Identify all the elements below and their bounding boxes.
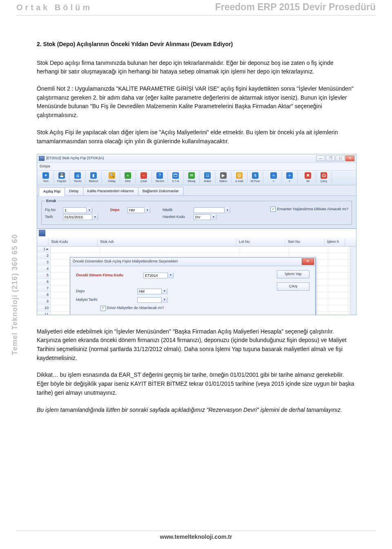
input-modal-depo[interactable] [137,289,167,294]
row-number: 10 [37,305,51,311]
detay-icon: 🔍 [109,172,115,179]
table-cell[interactable] [239,247,289,253]
toolbar-mesaj[interactable]: ✉Mesaj [184,171,200,184]
restore-button[interactable]: ❐ [326,156,335,161]
input-maliyet-tarihi[interactable] [137,297,167,303]
footer-text: www.temelteknoloji.com.tr [160,533,232,540]
toolbar-sil[interactable]: ✖Sil [300,171,316,184]
erp-window: [ET2012] Stok Açılış Fişi (STOK2A) — ❐ ☐… [37,154,356,315]
toolbar--[interactable]: »» [282,171,298,184]
tab-acilis-fisi[interactable]: Açılış Fişi [39,187,65,196]
para-2: Önemli Not 2 : Uygulamanızda "KALİTE PAR… [37,84,355,120]
toolbar-label: Kaydet [57,179,66,184]
table-cell[interactable] [328,292,349,298]
-kar-icon: － [140,172,147,179]
toolbar-barkod[interactable]: ▮Barkod [86,171,102,184]
tab-strip: Açılış Fişi Detay Kalite Parametreleri A… [37,185,356,196]
header-right: Freedom ERP 2015 Devir Prosedürü [215,2,376,13]
table-cell[interactable] [328,253,349,259]
table-cell[interactable] [328,260,349,266]
th-serino[interactable]: Seri No [285,238,325,246]
table-cell[interactable] [100,247,239,253]
islemi-yap-button[interactable]: İşlemi Yap [277,270,310,278]
toolbar-label: Yeni [43,179,48,184]
table-row[interactable]: 1 ▸ [37,247,356,253]
checkbox-envanter[interactable]: ✓ [270,207,276,212]
input-depo[interactable] [127,207,150,213]
toolbar-label: Ekle [125,179,131,184]
header-left: Ortak Bölüm [16,3,92,12]
input-nitelik[interactable] [194,207,230,213]
input-onceki-firma[interactable] [143,273,174,278]
table-cell[interactable] [328,266,349,272]
table-cell[interactable] [51,247,100,253]
toolbar-label: W.Flow [251,179,260,184]
toolbar-kaydet[interactable]: 💾Kaydet [54,171,70,184]
table-cell[interactable] [328,305,349,311]
e-mail-icon: @ [236,172,243,179]
table-rows: 1 ▸2345678910111213141516171819 Önceki D… [37,247,356,315]
input-tarih[interactable] [63,214,98,220]
input-hareket[interactable] [194,214,216,220]
toolbar-anket[interactable]: ☳Anket [200,171,216,184]
table-cell[interactable] [328,312,349,315]
table-cell[interactable] [328,273,349,279]
toolbar-e-mail[interactable]: @e-mail [232,171,247,184]
toolbar-k-t-a[interactable]: 🗔K.T.A [168,171,184,184]
menu-bar[interactable]: Dosya [37,163,356,171]
checkbox-doviz[interactable]: ✓ [100,306,106,311]
toolbar-w-flow[interactable]: ↯W.Flow [247,171,263,184]
check-envanter[interactable]: ✓ Envanter Yaşlandırma Dikkate Alınacak … [270,207,348,212]
th-lotno[interactable]: Lot No [236,238,285,246]
toolbar--[interactable]: «« [266,171,282,184]
modal-close-button[interactable]: ✕ [302,258,314,265]
kaydet-icon: 💾 [58,172,65,179]
k-t-a-icon: 🗔 [172,172,179,179]
window-buttons: — ❐ ☐ ✕ [316,156,354,161]
para-4: Maliyetleri elde edebilmek için "İşlevle… [37,327,355,363]
toolbar-makro[interactable]: ▶Makro [216,171,232,184]
th-stokadi[interactable]: Stok Adı [98,238,236,246]
vertical-scrollbar[interactable] [350,247,356,315]
close-button[interactable]: ✕ [345,156,354,161]
-k--icon: ⏻ [321,172,327,179]
row-number: 2 [37,253,51,259]
row-number: 5 [37,273,51,279]
input-fisno[interactable] [63,207,92,213]
tab-baglantili[interactable]: Bağlantılı Dokümanlar [138,187,183,196]
toolbar-detay[interactable]: 🔍Detay [104,171,120,184]
table-cell[interactable] [328,299,349,305]
--icon: « [270,172,277,179]
toolbar--kar[interactable]: －Çıkar [136,171,152,184]
footer-rule [16,531,376,531]
ekle-icon: ＋ [125,172,131,179]
maximize-button[interactable]: ☐ [336,156,345,161]
toolbar-yazd-r[interactable]: 🖨Yazdır [70,171,86,184]
table-cell[interactable] [328,247,349,253]
th-islem[interactable]: İşlem h [325,238,345,246]
toolbar-label: Yazdır [74,179,82,184]
yard-m-icon: ? [156,172,163,179]
page-header: Ortak Bölüm Freedom ERP 2015 Devir Prose… [0,0,392,16]
th-stokkodu[interactable]: Stok Kodu [49,238,98,246]
table-area: Stok Kodu Stok Adı Lot No Seri No İşlem … [37,229,356,315]
table-cell[interactable] [289,247,328,253]
minimize-button[interactable]: — [316,156,325,161]
--icon: » [286,172,293,179]
toolbar--k-[interactable]: ⏻Çıkış [316,171,332,184]
table-cell[interactable] [328,286,349,292]
tab-kalite[interactable]: Kalite Parametreleri Aktarımı [83,187,139,196]
para-1: Stok Depo açılışı firma tanımınızda bulu… [37,59,355,76]
toolbar-label: e-mail [235,179,243,184]
toolbar-yeni[interactable]: ✦Yeni [38,171,54,184]
table-cell[interactable] [328,279,349,285]
cikis-button[interactable]: Çıkış [277,282,310,291]
table-corner-button[interactable] [39,230,45,236]
menu-dosya[interactable]: Dosya [40,164,50,168]
row-number: 3 [37,260,51,266]
toolbar-yard-m[interactable]: ?Yardım [152,171,168,184]
toolbar-ekle[interactable]: ＋Ekle [120,171,136,184]
table-header: Stok Kodu Stok Adı Lot No Seri No İşlem … [37,238,356,247]
row-number: 6 [37,279,51,285]
tab-detay[interactable]: Detay [65,187,83,196]
